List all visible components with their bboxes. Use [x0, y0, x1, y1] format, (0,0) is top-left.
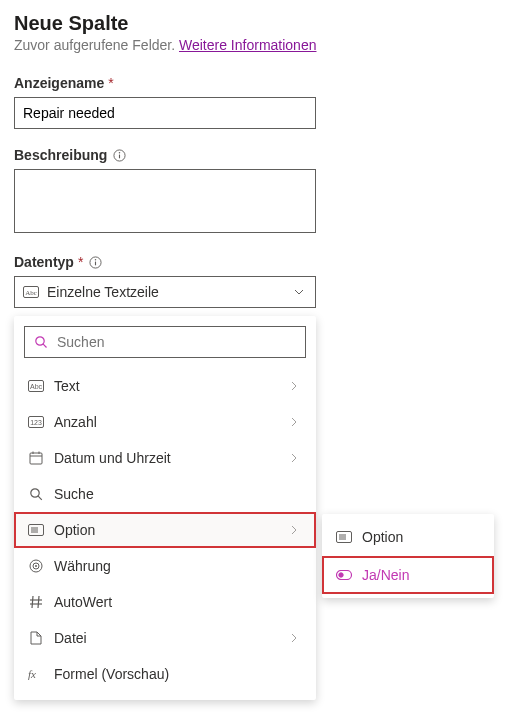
datatype-dropdown: Abc Text 123 Anzahl Datum und Uhrzeit Su… — [14, 316, 316, 700]
menu-item-file[interactable]: Datei — [14, 620, 316, 656]
svg-text:123: 123 — [30, 419, 42, 426]
subtitle: Zuvor aufgerufene Felder. Weitere Inform… — [14, 37, 492, 53]
svg-point-18 — [31, 489, 39, 497]
menu-item-number[interactable]: 123 Anzahl — [14, 404, 316, 440]
text-abc-icon: Abc — [28, 378, 44, 394]
svg-text:Abc: Abc — [30, 383, 43, 390]
display-name-input[interactable] — [14, 97, 316, 129]
menu-item-currency[interactable]: Währung — [14, 548, 316, 584]
description-input[interactable] — [14, 169, 316, 233]
datatype-selected-value: Einzelne Textzeile — [47, 284, 159, 300]
option-list-icon — [336, 529, 352, 545]
datatype-select[interactable]: Abc Einzelne Textzeile — [14, 276, 316, 308]
info-icon[interactable] — [111, 147, 127, 163]
chevron-right-icon — [286, 450, 302, 466]
file-icon — [28, 630, 44, 646]
svg-point-5 — [95, 258, 96, 259]
submenu-item-option[interactable]: Option — [322, 518, 494, 556]
required-asterisk: * — [78, 254, 83, 270]
dropdown-search[interactable] — [24, 326, 306, 358]
chevron-right-icon — [286, 378, 302, 394]
dropdown-search-input[interactable] — [57, 334, 297, 350]
more-info-link[interactable]: Weitere Informationen — [179, 37, 316, 53]
display-name-label: Anzeigename * — [14, 75, 492, 91]
svg-line-28 — [38, 596, 39, 608]
toggle-icon — [336, 567, 352, 583]
menu-item-lookup[interactable]: Suche — [14, 476, 316, 512]
menu-item-datetime[interactable]: Datum und Uhrzeit — [14, 440, 316, 476]
search-icon — [33, 334, 49, 350]
svg-line-19 — [38, 496, 42, 500]
svg-point-26 — [35, 565, 37, 567]
chevron-right-icon — [286, 630, 302, 646]
menu-item-autonumber[interactable]: AutoWert — [14, 584, 316, 620]
svg-point-2 — [119, 151, 120, 152]
svg-rect-14 — [30, 453, 42, 464]
required-asterisk: * — [108, 75, 113, 91]
hash-icon — [28, 594, 44, 610]
chevron-right-icon — [286, 522, 302, 538]
description-label: Beschreibung — [14, 147, 492, 163]
svg-line-9 — [43, 344, 46, 347]
svg-line-27 — [32, 596, 33, 608]
option-submenu: Option Ja/Nein — [322, 514, 494, 598]
option-list-icon — [28, 522, 44, 538]
menu-item-option[interactable]: Option — [14, 512, 316, 548]
chevron-down-icon — [291, 284, 307, 300]
svg-point-8 — [36, 337, 44, 345]
svg-text:fx: fx — [28, 668, 36, 680]
svg-text:Abc: Abc — [25, 289, 37, 297]
info-icon[interactable] — [87, 254, 103, 270]
text-abc-icon: Abc — [23, 284, 39, 300]
page-title: Neue Spalte — [14, 12, 492, 35]
chevron-right-icon — [286, 414, 302, 430]
search-icon — [28, 486, 44, 502]
submenu-item-yesno[interactable]: Ja/Nein — [322, 556, 494, 594]
number-123-icon: 123 — [28, 414, 44, 430]
menu-item-formula[interactable]: fx Formel (Vorschau) — [14, 656, 316, 692]
currency-icon — [28, 558, 44, 574]
svg-point-37 — [339, 573, 343, 577]
calendar-icon — [28, 450, 44, 466]
menu-item-text[interactable]: Abc Text — [14, 368, 316, 404]
datatype-label: Datentyp * — [14, 254, 492, 270]
subtitle-text: Zuvor aufgerufene Felder. — [14, 37, 179, 53]
fx-icon: fx — [28, 666, 44, 682]
